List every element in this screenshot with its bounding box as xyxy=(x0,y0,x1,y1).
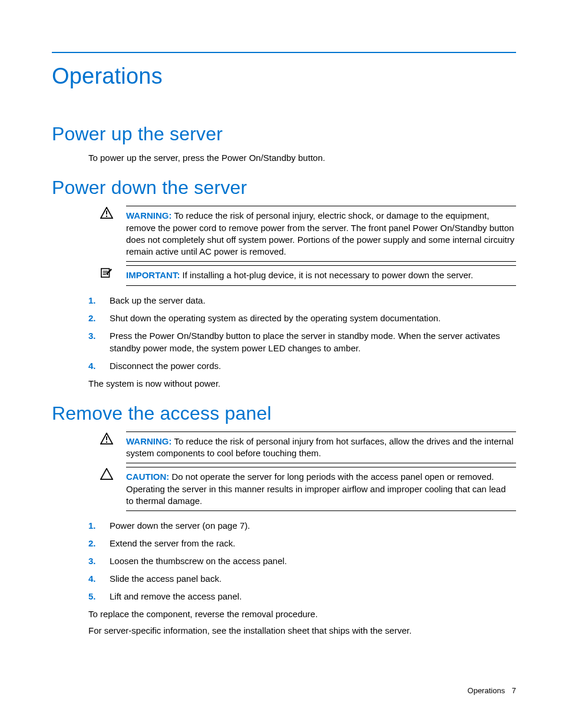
section-heading-power-up: Power up the server xyxy=(52,123,516,145)
alert-content: CAUTION: Do not operate the server for l… xyxy=(126,467,516,511)
alert-text: To reduce the risk of personal injury fr… xyxy=(126,436,514,458)
svg-point-10 xyxy=(106,441,107,442)
step-number: 5. xyxy=(88,590,110,602)
alert-content: IMPORTANT: If installing a hot-plug devi… xyxy=(126,265,516,285)
ordered-steps-power-down: 1.Back up the server data. 2.Shut down t… xyxy=(88,294,516,372)
alert-text: Do not operate the server for long perio… xyxy=(126,472,506,506)
list-item: 4.Disconnect the power cords. xyxy=(88,360,516,372)
caution-triangle-icon xyxy=(100,467,126,511)
page-title: Operations xyxy=(52,64,516,89)
list-item: 2.Extend the server from the rack. xyxy=(88,537,516,549)
paragraph: The system is now without power. xyxy=(88,378,516,390)
alert-label: WARNING: xyxy=(126,210,172,220)
section-heading-power-down: Power down the server xyxy=(52,177,516,199)
warning-triangle-bang-icon xyxy=(100,206,126,262)
paragraph: To power up the server, press the Power … xyxy=(88,152,516,164)
section-heading-remove-panel: Remove the access panel xyxy=(52,403,516,424)
list-item: 4.Slide the access panel back. xyxy=(88,572,516,585)
list-item: 2.Shut down the operating system as dire… xyxy=(88,312,516,324)
important-alert: IMPORTANT: If installing a hot-plug devi… xyxy=(100,265,516,285)
step-number: 3. xyxy=(88,555,110,567)
step-number: 2. xyxy=(88,537,110,549)
step-text: Press the Power On/Standby button to pla… xyxy=(110,330,516,354)
footer-section: Operations xyxy=(468,686,505,695)
step-text: Slide the access panel back. xyxy=(110,572,516,585)
alert-content: WARNING: To reduce the risk of personal … xyxy=(126,206,516,262)
footer-page-number: 7 xyxy=(512,686,516,695)
svg-marker-11 xyxy=(101,469,113,479)
document-page: Operations Power up the server To power … xyxy=(0,0,562,671)
list-item: 1.Back up the server data. xyxy=(88,294,516,307)
list-item: 3.Loosen the thumbscrew on the access pa… xyxy=(88,555,516,567)
step-text: Back up the server data. xyxy=(110,294,516,307)
list-item: 1.Power down the server (on page 7). xyxy=(88,519,516,532)
step-text: Loosen the thumbscrew on the access pane… xyxy=(110,555,516,567)
caution-alert: CAUTION: Do not operate the server for l… xyxy=(100,467,516,511)
paragraph: For server-specific information, see the… xyxy=(88,625,516,637)
step-number: 4. xyxy=(88,572,110,585)
alert-label: CAUTION: xyxy=(126,472,169,482)
ordered-steps-remove-panel: 1.Power down the server (on page 7). 2.E… xyxy=(88,519,516,602)
page-footer: Operations 7 xyxy=(468,686,516,695)
alert-text: To reduce the risk of personal injury, e… xyxy=(126,210,514,256)
step-number: 1. xyxy=(88,519,110,532)
top-rule xyxy=(52,52,516,53)
warning-alert: WARNING: To reduce the risk of personal … xyxy=(100,431,516,464)
alert-text: If installing a hot-plug device, it is n… xyxy=(180,270,473,280)
alert-content: WARNING: To reduce the risk of personal … xyxy=(126,431,516,464)
alert-label: WARNING: xyxy=(126,436,172,446)
list-item: 5.Lift and remove the access panel. xyxy=(88,590,516,602)
step-number: 2. xyxy=(88,312,110,324)
step-text: Shut down the operating system as direct… xyxy=(110,312,516,324)
step-number: 3. xyxy=(88,330,110,354)
step-text: Power down the server (on page 7). xyxy=(110,519,516,532)
warning-triangle-bang-icon xyxy=(100,431,126,464)
note-pencil-icon xyxy=(100,265,126,285)
alert-label: IMPORTANT: xyxy=(126,270,180,280)
step-text: Extend the server from the rack. xyxy=(110,537,516,549)
step-text: Disconnect the power cords. xyxy=(110,360,516,372)
step-text: Lift and remove the access panel. xyxy=(110,590,516,602)
step-number: 1. xyxy=(88,294,110,307)
svg-point-2 xyxy=(106,216,107,217)
step-number: 4. xyxy=(88,360,110,372)
paragraph: To replace the component, reverse the re… xyxy=(88,608,516,620)
list-item: 3.Press the Power On/Standby button to p… xyxy=(88,330,516,354)
warning-alert: WARNING: To reduce the risk of personal … xyxy=(100,206,516,262)
